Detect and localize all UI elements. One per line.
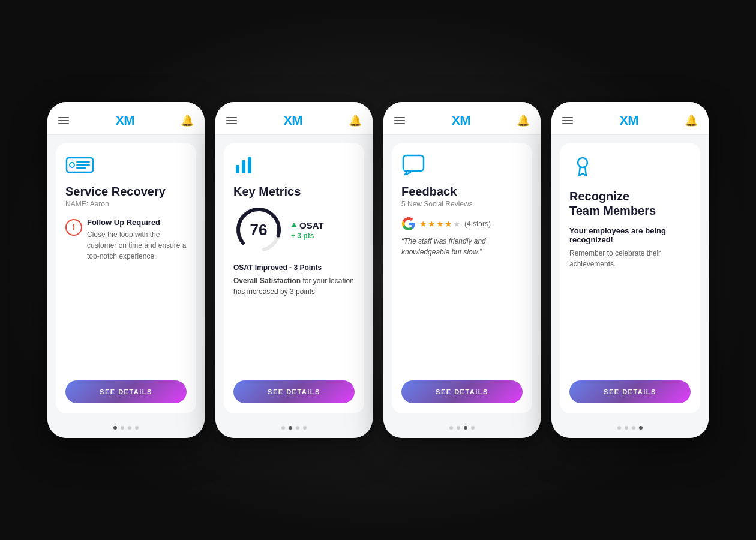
- dot-4: [471, 426, 475, 430]
- dot-3: [128, 426, 131, 430]
- star-1: ★: [419, 219, 427, 229]
- bell-icon[interactable]: 🔔: [181, 114, 194, 127]
- phone-card-service-recovery: XM 🔔 Service Recovery NAME: Aaron: [47, 102, 205, 438]
- card-title: Key Metrics: [233, 184, 355, 199]
- phone-nav: XM 🔔: [47, 102, 205, 134]
- menu-icon[interactable]: [58, 117, 69, 124]
- bell-icon[interactable]: 🔔: [349, 114, 362, 127]
- menu-icon[interactable]: [562, 117, 573, 124]
- pagination: [47, 419, 205, 438]
- svg-rect-6: [242, 160, 245, 173]
- recognize-highlight: Your employees are being recognized!: [569, 226, 691, 244]
- dot-1: [617, 426, 621, 430]
- recognize-body: Remember to celebrate their achievements…: [569, 248, 691, 269]
- dot-4: [303, 426, 307, 430]
- dot-2: [289, 426, 292, 430]
- phone-card-feedback: XM 🔔 Feedback 5 New Social Reviews: [383, 102, 541, 438]
- bell-icon[interactable]: 🔔: [517, 114, 530, 127]
- star-3: ★: [436, 219, 444, 229]
- dot-1: [113, 426, 117, 430]
- review-quote: “The staff was friendly and knowledgeabl…: [401, 236, 523, 257]
- menu-icon[interactable]: [226, 117, 237, 124]
- star-2: ★: [428, 219, 436, 229]
- menu-icon[interactable]: [394, 117, 405, 124]
- see-details-button[interactable]: SEE DETAILS: [233, 380, 355, 403]
- osat-gauge: 76: [233, 205, 284, 255]
- card-title: Recognize Team Members: [569, 189, 691, 218]
- xm-logo: XM: [284, 113, 302, 128]
- svg-rect-10: [403, 155, 424, 171]
- alert-body: Close the loop with the customer on time…: [87, 229, 187, 262]
- bell-icon[interactable]: 🔔: [685, 114, 698, 127]
- see-details-button[interactable]: SEE DETAILS: [65, 380, 187, 403]
- osat-label: OSAT: [299, 220, 324, 230]
- svg-point-1: [70, 163, 74, 167]
- xm-logo: XM: [452, 113, 470, 128]
- xm-logo: XM: [620, 113, 638, 128]
- review-row: ★ ★ ★ ★ ★ (4 stars): [401, 217, 523, 231]
- phone-card-key-metrics: XM 🔔 Key Metrics: [215, 102, 373, 438]
- metrics-icon: [233, 154, 355, 178]
- metrics-detail: Overall Satisfaction for your location h…: [233, 275, 355, 297]
- svg-point-11: [578, 158, 587, 167]
- dot-3: [632, 426, 635, 430]
- ticket-icon: [65, 154, 187, 178]
- recognize-icon: [569, 154, 691, 183]
- card-subtitle: NAME: Aaron: [65, 200, 187, 208]
- osat-change: + 3 pts: [291, 232, 324, 240]
- dot-4: [135, 426, 139, 430]
- stars-label: (4 stars): [464, 220, 491, 228]
- dot-3: [296, 426, 299, 430]
- alert-title: Follow Up Required: [87, 218, 187, 227]
- star-5: ★: [453, 219, 461, 229]
- dot-2: [457, 426, 460, 430]
- pagination: [551, 419, 709, 438]
- dot-1: [281, 426, 285, 430]
- dot-2: [625, 426, 628, 430]
- dot-4: [639, 426, 643, 430]
- cards-container: XM 🔔 Service Recovery NAME: Aaron: [17, 78, 739, 462]
- alert-icon: !: [65, 219, 82, 236]
- card-title: Service Recovery: [65, 184, 187, 199]
- pagination: [215, 419, 373, 438]
- svg-rect-5: [236, 165, 239, 173]
- phone-nav: XM 🔔: [551, 102, 709, 134]
- svg-rect-7: [248, 157, 251, 173]
- see-details-button[interactable]: SEE DETAILS: [401, 380, 523, 403]
- dot-3: [464, 426, 467, 430]
- see-details-button[interactable]: SEE DETAILS: [569, 380, 691, 403]
- phone-nav: XM 🔔: [215, 102, 373, 134]
- card-title: Feedback: [401, 184, 523, 199]
- card-subtitle: 5 New Social Reviews: [401, 200, 523, 208]
- phone-nav: XM 🔔: [383, 102, 541, 134]
- dot-2: [121, 426, 124, 430]
- dot-1: [449, 426, 453, 430]
- feedback-icon: [401, 154, 523, 178]
- star-rating: ★ ★ ★ ★ ★: [419, 219, 461, 229]
- xm-logo: XM: [116, 113, 134, 128]
- pagination: [383, 419, 541, 438]
- metrics-title: OSAT Improved - 3 Points: [233, 262, 355, 273]
- phone-card-recognize: XM 🔔 Recognize Team Members Your employe…: [551, 102, 709, 438]
- osat-value: 76: [233, 205, 284, 255]
- star-4: ★: [445, 219, 452, 229]
